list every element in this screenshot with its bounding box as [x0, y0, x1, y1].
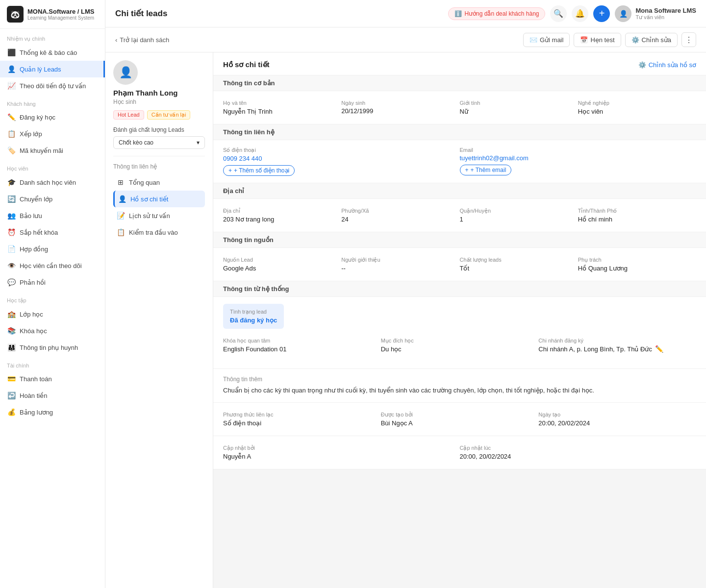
notification-button[interactable]: 🔔: [572, 5, 588, 22]
sidebar-item-label: Hợp đồng: [20, 245, 48, 253]
sidebar-item-payment[interactable]: 💳 Thanh toán: [0, 370, 105, 387]
stats-icon: ⬛: [7, 48, 16, 57]
system-grid: Khóa học quan tâm English Foundation 01 …: [223, 336, 696, 355]
sidebar-item-refund[interactable]: ↩️ Hoàn tiền: [0, 387, 105, 404]
ward-item: Phường/Xã 24: [341, 206, 459, 225]
source-value: Google Ads: [223, 265, 341, 272]
sidebar-item-label: Phản hồi: [20, 279, 46, 286]
feedback-icon: 💬: [7, 278, 16, 287]
sidebar-item-feedback[interactable]: 💬 Phản hồi: [0, 274, 105, 291]
sidebar-item-contract[interactable]: 📄 Hợp đồng: [0, 241, 105, 257]
ward-label: Phường/Xã: [341, 208, 459, 214]
occupation-label: Nghề nghiệp: [578, 100, 696, 106]
nav-item-entrance[interactable]: 📋 Kiểm tra đầu vào: [113, 224, 205, 241]
district-label: Quận/Huyện: [460, 208, 578, 214]
extra-section: Thông tin thêm Chuẩn bị cho các kỳ thi q…: [213, 369, 706, 403]
toolbar-actions: ✉️ Gửi mail 📅 Hẹn test ⚙️ Chỉnh sửa ⋮: [523, 32, 696, 47]
lead-avatar: 👤: [113, 60, 138, 85]
section-label-main: Nhiệm vụ chính: [0, 29, 105, 44]
status-box-label: Tình trạng lead: [230, 309, 277, 315]
calendar-icon: 📅: [580, 36, 588, 44]
profile-icon: 👤: [118, 195, 126, 203]
payment-icon: 💳: [7, 374, 16, 383]
avatar: 👤: [615, 5, 631, 22]
city-item: Tỉnh/Thành Phố Hồ chí minh: [578, 206, 696, 225]
sidebar-section-finance: Tài chính 💳 Thanh toán ↩️ Hoàn tiền 💰 Bả…: [0, 356, 105, 420]
sidebar-item-student-list[interactable]: 🎓 Danh sách học viên: [0, 174, 105, 191]
gender-value: Nữ: [460, 108, 578, 115]
more-options-button[interactable]: ⋮: [681, 32, 696, 47]
section-label-student: Học viên: [0, 159, 105, 174]
salary-icon: 💰: [7, 408, 16, 416]
sidebar-item-leads[interactable]: 👤 Quản lý Leads: [0, 61, 105, 77]
dob-label: Ngày sinh: [341, 100, 459, 106]
study-purpose-label: Mục đích học: [381, 338, 539, 344]
send-mail-button[interactable]: ✉️ Gửi mail: [523, 33, 570, 47]
lead-tags: Hot Lead Cần tư vấn lại: [113, 110, 205, 120]
gender-item: Giới tính Nữ: [460, 98, 578, 117]
nav-item-label: Lịch sử tư vấn: [129, 212, 170, 220]
search-button[interactable]: 🔍: [550, 5, 567, 22]
sidebar-item-promo[interactable]: 🏷️ Mã khuyến mãi: [0, 142, 105, 159]
add-button[interactable]: +: [593, 5, 610, 22]
source-section-header: Thông tin nguồn: [213, 232, 706, 248]
edit-icon: ⚙️: [631, 36, 639, 44]
address-grid: Địa chỉ 203 Nơ trang long Phường/Xã 24 Q…: [213, 199, 706, 232]
section-label-finance: Tài chính: [0, 356, 105, 370]
updated-by-label: Cập nhật bởi: [223, 445, 460, 451]
sidebar-item-salary[interactable]: 💰 Bảng lương: [0, 404, 105, 420]
manager-item: Phụ trách Hồ Quang Lương: [578, 255, 696, 274]
quality-select[interactable]: Chốt kèo cao ▾: [113, 136, 205, 149]
sidebar-item-label: Hoàn tiền: [20, 392, 47, 399]
edit-profile-button[interactable]: ⚙️ Chỉnh sửa hồ sơ: [638, 61, 696, 69]
plus-icon: +: [228, 167, 232, 174]
nav-item-overview[interactable]: ⊞ Tổng quan: [113, 174, 205, 191]
sidebar-item-progress[interactable]: 📈 Theo dõi tiến độ tư vấn: [0, 77, 105, 94]
phone-value[interactable]: 0909 234 440: [223, 155, 450, 162]
back-button[interactable]: ‹ Trở lại danh sách: [115, 36, 169, 44]
sidebar-item-watchlist[interactable]: 👁️ Học viên cần theo dõi: [0, 257, 105, 274]
sidebar-item-reserve[interactable]: 👥 Bảo lưu: [0, 207, 105, 224]
add-phone-label: + Thêm số điện thoại: [234, 167, 289, 174]
sidebar-item-label: Chuyển lớp: [20, 196, 52, 203]
sidebar-item-register[interactable]: ✏️ Đăng ký học: [0, 109, 105, 125]
sidebar-item-course[interactable]: 📚 Khóa học: [0, 322, 105, 339]
page-title: Chi tiết leads: [115, 8, 167, 19]
branch-label: Chi nhánh đăng ký: [538, 338, 696, 343]
nav-item-history[interactable]: 📝 Lịch sử tư vấn: [113, 207, 205, 224]
basic-section-header: Thông tin cơ bản: [213, 75, 706, 91]
header: Chi tiết leads ℹ️ Hướng dẫn deal khách h…: [105, 0, 706, 27]
toolbar: ‹ Trở lại danh sách ✉️ Gửi mail 📅 Hẹn te…: [105, 27, 706, 52]
nav-item-profile[interactable]: 👤 Hồ sơ chi tiết: [113, 191, 205, 207]
quality-value: Chốt kèo cao: [119, 139, 153, 146]
edit-branch-icon[interactable]: ✏️: [655, 345, 663, 353]
chevron-left-icon: ‹: [115, 36, 117, 44]
sidebar-item-stats[interactable]: ⬛ Thống kê & báo cáo: [0, 44, 105, 61]
email-value[interactable]: tuyettrinh02@gmail.com: [460, 154, 687, 162]
user-profile: 👤 Mona Software LMS Tư vấn viên: [615, 5, 696, 22]
address-label: Địa chỉ: [223, 208, 341, 214]
deal-guide-button[interactable]: ℹ️ Hướng dẫn deal khách hàng: [448, 7, 545, 20]
user-info: Mona Software LMS Tư vấn viên: [635, 7, 696, 21]
right-panel: Hồ sơ chi tiết ⚙️ Chỉnh sửa hồ sơ Thông …: [213, 52, 706, 588]
nav-item-label: Kiểm tra đầu vào: [129, 229, 178, 236]
edit-button[interactable]: ⚙️ Chỉnh sửa: [625, 33, 678, 47]
left-panel: 👤 Phạm Thanh Long Học sinh Hot Lead Cần …: [105, 52, 213, 588]
user-name: Mona Software LMS: [635, 7, 696, 14]
hot-lead-tag: Hot Lead: [113, 110, 144, 120]
sidebar-item-expiring[interactable]: ⏰ Sắp hết khóa: [0, 224, 105, 241]
add-email-button[interactable]: + + Thêm email: [460, 165, 512, 175]
system-section-body: Tình trạng lead Đã đăng ký học Khóa học …: [213, 297, 706, 369]
sidebar-item-transfer[interactable]: 🔄 Chuyển lớp: [0, 191, 105, 207]
sidebar-item-label: Xếp lớp: [20, 130, 42, 138]
created-by-label: Được tạo bởi: [381, 412, 539, 418]
schedule-test-button[interactable]: 📅 Hẹn test: [574, 33, 621, 47]
manager-label: Phụ trách: [578, 257, 696, 263]
expiring-icon: ⏰: [7, 228, 16, 237]
add-phone-button[interactable]: + + Thêm số điện thoại: [223, 165, 295, 176]
sidebar-item-classroom[interactable]: 🏫 Lớp học: [0, 306, 105, 322]
district-item: Quận/Huyện 1: [460, 206, 578, 225]
refund-icon: ↩️: [7, 391, 16, 400]
sidebar-item-class[interactable]: 📋 Xếp lớp: [0, 125, 105, 142]
sidebar-item-parent[interactable]: 👨‍👩‍👧 Thông tin phụ huynh: [0, 339, 105, 356]
